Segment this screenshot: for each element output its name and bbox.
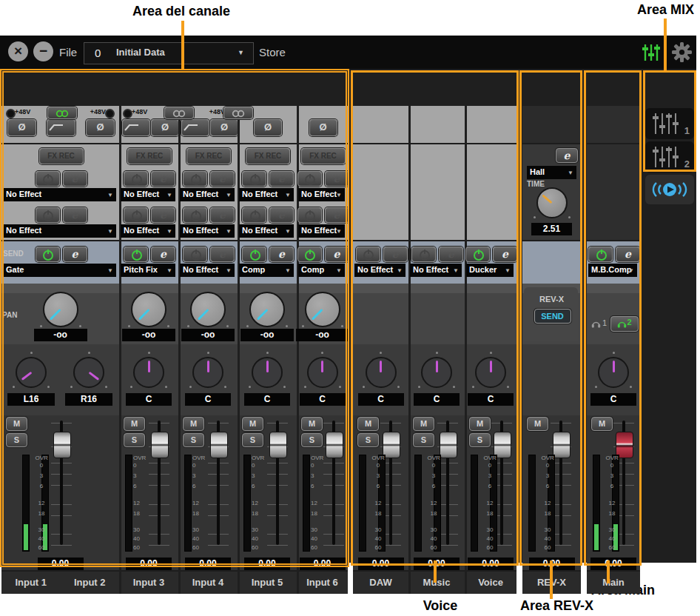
solo-button[interactable]: S [413,433,434,447]
fx-slot1-power-button[interactable] [297,171,322,187]
mute-button[interactable]: M [357,417,379,431]
dynamics-edit-button[interactable]: e [616,247,640,262]
mute-button[interactable]: M [242,417,263,431]
solo-button[interactable]: S [357,433,379,447]
fx-slot2-edit-button[interactable]: e [151,207,175,223]
dynamics-edit-button[interactable]: e [493,247,517,262]
fx-slot1-edit-button[interactable]: e [151,171,175,187]
fx-slot2-edit-button[interactable]: e [325,207,349,223]
time-knob[interactable] [536,187,568,218]
dynamics-select[interactable]: M.B.Comp [588,264,637,277]
dynamics-select[interactable]: No Effect [410,264,462,277]
fx-slot1-power-button[interactable] [183,171,207,187]
fader-handle[interactable] [53,432,71,458]
dynamics-select[interactable]: Gate [3,264,116,277]
fx-slot1-select[interactable]: No Effect [180,188,235,201]
fx-slot1-select[interactable]: No Effect [298,188,345,201]
phones2-button[interactable]: 2 [610,316,639,332]
dynamics-edit-button[interactable]: e [63,247,87,262]
pan-knob[interactable] [421,357,452,388]
dynamics-power-button[interactable] [183,247,207,262]
solo-button[interactable]: S [6,433,27,447]
fx-slot1-edit-button[interactable]: e [325,171,349,187]
reverb-type-select[interactable]: Hall [527,166,576,179]
mix-scene-2-button[interactable]: 2 [645,141,694,173]
fx-slot1-power-button[interactable] [36,171,60,187]
mute-button[interactable]: M [301,417,323,431]
dynamics-power-button[interactable] [124,247,148,262]
channel-view-icon[interactable] [641,42,662,63]
fader-handle[interactable] [440,432,457,458]
dynamics-power-button[interactable] [242,247,266,262]
fx-slot2-edit-button[interactable]: e [210,207,235,223]
fx-slot2-edit-button[interactable]: e [269,207,294,223]
fx-slot1-select[interactable]: No Effect [239,188,294,201]
solo-button[interactable]: S [469,433,491,447]
fx-slot2-select[interactable]: No Effect [239,224,294,238]
phase-button[interactable]: Ø [210,119,238,136]
send-knob[interactable] [190,292,226,327]
fx-slot2-select[interactable]: No Effect [3,224,116,238]
fx-slot1-edit-button[interactable]: e [63,171,87,187]
pan-knob[interactable] [133,357,164,388]
dynamics-edit-button[interactable]: e [439,247,463,262]
stereo-link-button-1[interactable] [47,107,77,119]
pan-knob[interactable] [475,357,506,388]
pan-knob[interactable] [307,357,338,388]
fx-rec-button[interactable]: FX REC [301,148,346,164]
dynamics-edit-button[interactable]: e [325,247,349,262]
dynamics-select[interactable]: No Effect [180,264,235,277]
phones1-label[interactable]: 1 [602,318,607,327]
preset-select[interactable]: 0 Initial Data [84,42,254,64]
dynamics-power-button[interactable] [465,247,490,262]
fader-handle[interactable] [326,432,343,458]
dynamics-select[interactable]: Comp [298,264,345,277]
loopback-button[interactable] [645,175,694,204]
fx-rec-button[interactable]: FX REC [127,148,172,164]
mute-button[interactable]: M [527,417,548,431]
send-knob[interactable] [131,292,166,327]
mute-button[interactable]: M [124,417,145,431]
dynamics-power-button[interactable] [36,247,60,262]
solo-button[interactable]: S [242,433,263,447]
phase-button[interactable]: Ø [7,119,36,136]
send-knob[interactable] [43,292,78,327]
phase-button[interactable]: Ø [309,119,337,136]
mix-scene-1-button[interactable]: 1 [645,108,694,139]
fx-rec-button[interactable]: FX REC [186,148,231,164]
fx-slot2-power-button[interactable] [297,207,322,223]
fx-slot1-power-button[interactable] [242,171,266,187]
fx-slot1-select[interactable]: No Effect [3,188,116,201]
hpf-button[interactable] [47,119,75,136]
gear-icon[interactable] [670,41,693,64]
mute-button[interactable]: M [413,417,434,431]
fx-slot1-edit-button[interactable]: e [210,171,235,187]
solo-button[interactable]: S [301,433,323,447]
dynamics-power-button[interactable] [411,247,436,262]
dynamics-select[interactable]: Pitch Fix [121,264,175,277]
hpf-button[interactable] [181,119,209,136]
dynamics-edit-button[interactable]: e [151,247,175,262]
fader-handle[interactable] [269,432,287,458]
fx-slot2-select[interactable]: No Effect [121,224,175,238]
phase-button[interactable]: Ø [86,119,115,136]
phase-button[interactable]: Ø [151,119,179,136]
dynamics-select[interactable]: Comp [239,264,294,277]
fx-slot2-select[interactable]: No Effect [298,224,345,238]
mute-button[interactable]: M [6,417,27,431]
revx-send-button[interactable]: SEND [534,309,571,324]
pan-knob-2[interactable] [73,357,104,388]
phase-button[interactable]: Ø [254,119,282,136]
dynamics-power-button[interactable] [297,247,322,262]
pan-knob[interactable] [598,357,629,388]
mute-button[interactable]: M [183,417,204,431]
fx-slot2-power-button[interactable] [36,207,60,223]
fx-slot2-edit-button[interactable]: e [63,207,87,223]
close-button[interactable]: × [8,41,28,61]
fx-slot2-select[interactable]: No Effect [180,224,235,238]
stereo-link-button-3[interactable] [223,107,253,119]
dynamics-edit-button[interactable]: e [269,247,294,262]
dynamics-select[interactable]: Ducker [466,264,514,277]
fx-slot2-power-button[interactable] [183,207,207,223]
hpf-button[interactable] [122,119,150,136]
